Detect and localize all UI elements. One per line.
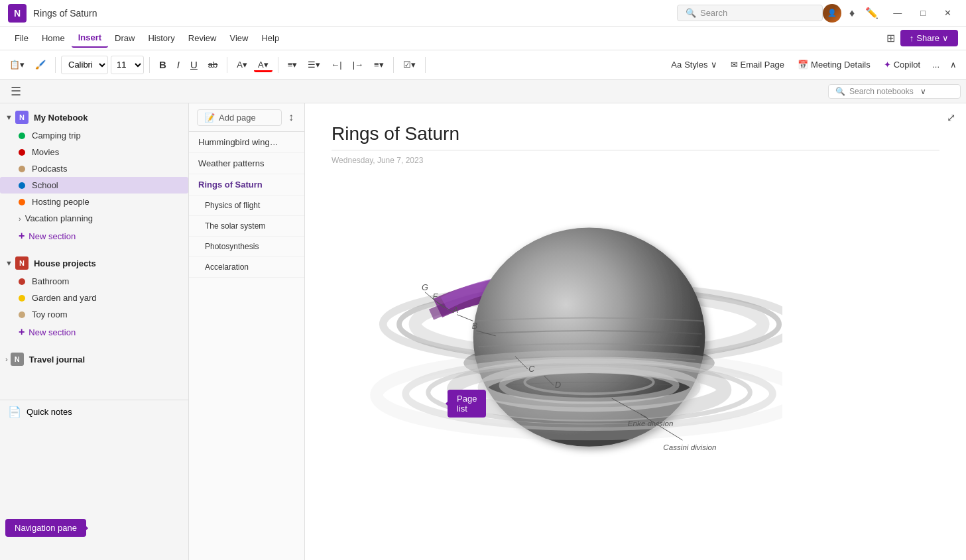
align-button[interactable]: ≡▾ [370, 57, 388, 72]
numbered-list-button[interactable]: ☰▾ [304, 57, 324, 72]
font-color-button[interactable]: A▾ [254, 57, 272, 72]
my-notebook-label: My Notebook [34, 113, 88, 123]
saturn-diagram: G F A B C D Enke division [332, 178, 782, 483]
diamond-icon[interactable]: ♦ [847, 5, 857, 22]
close-button[interactable]: ✕ [937, 5, 958, 21]
clipboard-button[interactable]: 📋▾ [5, 57, 29, 72]
toolbar-separator-6 [425, 57, 426, 73]
bullet-list-button[interactable]: ≡▾ [284, 57, 302, 72]
section-vacation-planning[interactable]: › Vacation planning [0, 210, 188, 227]
nav-pane-tooltip: Navigation pane [5, 519, 86, 537]
page-rings-of-saturn[interactable]: Rings of Saturn [189, 174, 304, 196]
travel-journal-header[interactable]: › N Travel journal [0, 349, 188, 369]
maximize-button[interactable]: □ [914, 5, 932, 21]
section-garden[interactable]: Garden and yard [0, 290, 188, 306]
new-section-house[interactable]: + New section [0, 323, 188, 341]
indent-button[interactable]: |→ [349, 57, 367, 72]
email-page-button[interactable]: ✉ Email Page [725, 57, 790, 72]
toolbar-collapse[interactable]: ∧ [946, 57, 961, 72]
styles-icon: Aa [671, 60, 682, 70]
my-notebook-header[interactable]: ▼ N My Notebook [0, 107, 188, 127]
bold-button[interactable]: B [155, 56, 170, 73]
bathroom-dot [19, 278, 25, 285]
my-notebook-chevron: ▼ [5, 113, 13, 121]
page-photosynthesis[interactable]: Photosynthesis [189, 237, 304, 257]
new-section-my-notebook[interactable]: + New section [0, 227, 188, 245]
menu-review[interactable]: Review [182, 29, 223, 47]
vacation-chevron: › [19, 215, 21, 223]
toolbar-separator-2 [149, 57, 150, 73]
section-movies[interactable]: Movies [0, 144, 188, 160]
page-solar-system[interactable]: The solar system [189, 216, 304, 237]
layout-icon[interactable]: ⊞ [886, 32, 895, 44]
email-icon: ✉ [731, 60, 738, 70]
edit-icon[interactable]: ✏️ [863, 4, 881, 22]
ring-label-g: G [422, 283, 428, 292]
avatar[interactable]: 👤 [823, 4, 841, 23]
menu-insert[interactable]: Insert [72, 28, 108, 48]
menu-help[interactable]: Help [255, 29, 286, 47]
page-list-panel: 📝 Add page ↕ Hummingbird wing… Weather p… [189, 103, 305, 560]
notebook-search-box[interactable]: 🔍 Search notebooks ∨ [828, 84, 961, 99]
meeting-icon: 📅 [798, 60, 808, 70]
section-camping-trip[interactable]: Camping trip [0, 127, 188, 144]
page-title: Rings of Saturn [332, 123, 939, 150]
plus-icon-2: + [19, 326, 25, 338]
notebook-search-expand[interactable]: ∨ [920, 87, 926, 96]
my-notebook-icon: N [15, 111, 29, 124]
share-button[interactable]: ↑ Share ∨ [900, 30, 958, 46]
strikethrough-button[interactable]: ab [204, 57, 221, 72]
plus-icon: + [19, 230, 25, 242]
section-hosting-people[interactable]: Hosting people [0, 194, 188, 210]
onenote-logo: N [8, 4, 27, 23]
notebook-search-icon: 🔍 [835, 87, 845, 96]
share-chevron-icon: ∨ [942, 33, 949, 43]
enke-label: Enke division [628, 419, 674, 427]
garden-dot [19, 295, 25, 302]
hamburger-button[interactable]: ☰ [5, 82, 27, 101]
share-icon: ↑ [910, 33, 914, 43]
meeting-details-button[interactable]: 📅 Meeting Details [792, 57, 876, 72]
menu-view[interactable]: View [223, 29, 255, 47]
add-page-button[interactable]: 📝 Add page [197, 109, 282, 126]
section-school[interactable]: School [0, 177, 188, 194]
hosting-dot [19, 199, 25, 205]
checkbox-button[interactable]: ☑▾ [399, 57, 420, 72]
section-bathroom[interactable]: Bathroom [0, 273, 188, 290]
movies-dot [19, 149, 25, 156]
travel-journal-chevron: › [5, 355, 8, 363]
copilot-icon: ✦ [884, 60, 891, 70]
expand-content-button[interactable]: ⤢ [944, 109, 958, 127]
outdent-button[interactable]: ←| [327, 57, 345, 72]
menu-home[interactable]: Home [35, 29, 72, 47]
menu-draw[interactable]: Draw [108, 29, 141, 47]
toolbar-separator-4 [278, 57, 278, 73]
copilot-button[interactable]: ✦ Copilot [878, 57, 926, 72]
title-search-box[interactable]: 🔍 Search [677, 5, 823, 21]
section-podcasts[interactable]: Podcasts [0, 160, 188, 177]
page-list-header: 📝 Add page ↕ [189, 103, 304, 132]
ring-label-d: D [555, 380, 561, 390]
podcasts-dot [19, 166, 25, 172]
font-size-selector[interactable]: 11 [111, 56, 144, 74]
sort-button[interactable]: ↕ [286, 109, 296, 126]
section-toy-room[interactable]: Toy room [0, 306, 188, 323]
font-selector[interactable]: Calibri [61, 56, 108, 74]
menu-history[interactable]: History [141, 29, 181, 47]
minimize-button[interactable]: — [886, 5, 908, 21]
styles-button[interactable]: Aa Styles ∨ [666, 57, 722, 72]
page-hummingbird[interactable]: Hummingbird wing… [189, 132, 304, 153]
page-accelaration[interactable]: Accelaration [189, 257, 304, 278]
quick-notes[interactable]: 📄 Quick notes [0, 400, 188, 423]
underline-button[interactable]: U [186, 56, 202, 73]
page-list-tooltip: Page list [448, 390, 486, 418]
page-weather[interactable]: Weather patterns [189, 153, 304, 174]
format-painter-button[interactable]: 🖌️ [31, 57, 50, 72]
house-projects-header[interactable]: ▼ N House projects [0, 253, 188, 273]
more-button[interactable]: ... [928, 57, 943, 72]
highlight-button[interactable]: A▾ [233, 57, 251, 72]
toolbar-separator-3 [227, 57, 227, 73]
italic-button[interactable]: I [173, 56, 184, 73]
menu-file[interactable]: File [8, 29, 35, 47]
page-physics[interactable]: Physics of flight [189, 196, 304, 216]
